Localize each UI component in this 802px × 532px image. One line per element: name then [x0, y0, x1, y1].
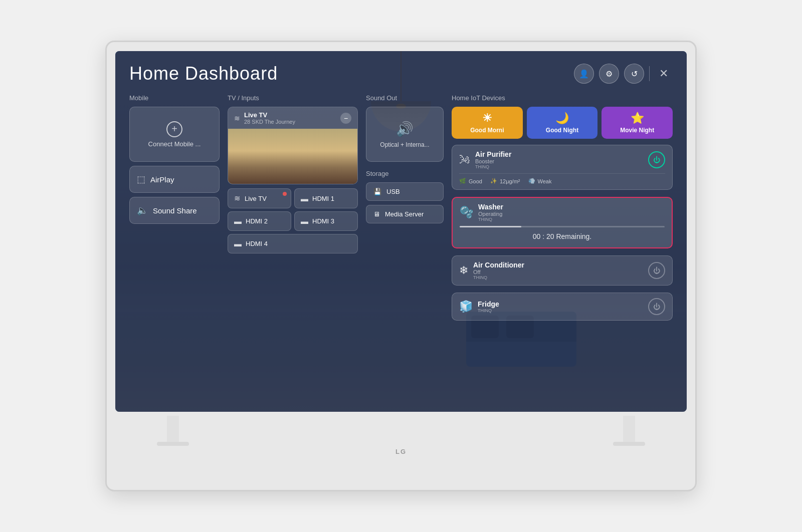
- dashboard-header: Home Dashboard 👤 ⚙ ↺ ✕: [129, 63, 673, 84]
- movie-label: Movie Night: [620, 127, 654, 134]
- thumbnail-scene: [228, 129, 357, 184]
- hdmi2-card[interactable]: ▬ HDMI 2: [228, 211, 291, 231]
- air-conditioner-header: ❄ Air Conditioner Off ThinQ ⏻: [459, 261, 665, 280]
- scene-night-button[interactable]: 🌙 Good Night: [527, 107, 598, 139]
- hdmi3-card[interactable]: ▬ HDMI 3: [294, 211, 358, 231]
- washer-header: 🫧 Washer Operating ThinQ: [460, 203, 665, 222]
- air-purifier-header: 🌬 Air Purifier Booster ThinQ ⏻: [459, 150, 665, 169]
- tv-signal-icon: ≋: [234, 114, 240, 122]
- air-conditioner-sub: Off: [473, 269, 524, 275]
- scene-morning-button[interactable]: ☀ Good Morni: [452, 107, 523, 139]
- sound-output-label: Optical + Interna...: [380, 141, 429, 148]
- washer-progress-fill: [460, 226, 521, 227]
- air-purifier-thinq: ThinQ: [475, 164, 511, 169]
- tv-input-grid: ≋ Live TV ▬ HDMI 1 ▬ HDMI 2: [228, 188, 358, 253]
- washer-name: Washer: [478, 203, 503, 211]
- storage-column-label: Storage: [366, 170, 444, 177]
- tv-input-row-2: ▬ HDMI 2 ▬ HDMI 3: [228, 211, 358, 231]
- mobile-column: Mobile + Connect Mobile ... ⬚ AirPlay 🔈 …: [129, 94, 220, 391]
- particulate-icon: ✨: [490, 178, 497, 184]
- user-profile-button[interactable]: 👤: [574, 64, 594, 84]
- speaker-icon: 🔊: [396, 121, 414, 137]
- sound-out-card[interactable]: 🔊 Optical + Interna...: [366, 107, 444, 162]
- media-server-icon: 🖥: [373, 210, 380, 218]
- fridge-icon: 🧊: [459, 300, 473, 313]
- live-tv-small-icon: ≋: [234, 194, 241, 203]
- air-conditioner-card[interactable]: ❄ Air Conditioner Off ThinQ ⏻: [452, 255, 673, 286]
- tv-inputs-column: TV / Inputs ≋ Live TV 28 SKD The Journe: [228, 94, 358, 391]
- air-purifier-power-button[interactable]: ⏻: [648, 151, 665, 168]
- right-stand-leg: [623, 416, 635, 446]
- air-conditioner-thinq: ThinQ: [473, 275, 524, 280]
- soundshare-card[interactable]: 🔈 Sound Share: [129, 197, 220, 224]
- airplay-label: AirPlay: [150, 175, 174, 184]
- usb-card[interactable]: 💾 USB: [366, 182, 444, 201]
- iot-column: Home IoT Devices ☀ Good Morni 🌙 Good Nig…: [452, 94, 673, 391]
- air-purifier-card[interactable]: 🌬 Air Purifier Booster ThinQ ⏻: [452, 145, 673, 190]
- air-purifier-info: 🌬 Air Purifier Booster ThinQ: [459, 150, 511, 169]
- fridge-thinq: ThinQ: [478, 308, 499, 313]
- washer-card[interactable]: 🫧 Washer Operating ThinQ: [452, 197, 673, 248]
- live-tv-channel: 28 SKD The Journey: [244, 119, 295, 125]
- hdmi4-icon: ▬: [234, 239, 242, 248]
- air-conditioner-icon: ❄: [459, 264, 468, 277]
- dashboard-content: Mobile + Connect Mobile ... ⬚ AirPlay 🔈 …: [129, 94, 673, 391]
- morning-icon: ☀: [482, 112, 492, 125]
- refresh-button[interactable]: ↺: [624, 64, 644, 84]
- remove-button[interactable]: −: [340, 113, 351, 124]
- live-tv-small-card[interactable]: ≋ Live TV: [228, 188, 291, 208]
- wind-value: Weak: [538, 178, 552, 184]
- soundshare-icon: 🔈: [137, 205, 148, 216]
- settings-button[interactable]: ⚙: [599, 64, 619, 84]
- close-button[interactable]: ✕: [655, 65, 673, 83]
- dashboard-title: Home Dashboard: [129, 63, 278, 84]
- particulate-stat: ✨ 12μg/m²: [490, 178, 520, 184]
- fridge-header: 🧊 Fridge ThinQ ⏻: [459, 298, 665, 315]
- tv-screen: Home Dashboard 👤 ⚙ ↺ ✕: [115, 51, 687, 412]
- fridge-info: 🧊 Fridge ThinQ: [459, 300, 499, 313]
- air-purifier-icon: 🌬: [459, 153, 470, 166]
- hdmi4-label: HDMI 4: [246, 240, 268, 247]
- air-conditioner-info: ❄ Air Conditioner Off ThinQ: [459, 261, 524, 280]
- connect-mobile-card[interactable]: + Connect Mobile ...: [129, 107, 220, 162]
- morning-label: Good Morni: [470, 127, 504, 134]
- hdmi1-card[interactable]: ▬ HDMI 1: [294, 188, 358, 208]
- hdmi3-label: HDMI 3: [312, 217, 334, 225]
- sound-out-label: Sound Out: [366, 94, 444, 102]
- scene-movie-button[interactable]: ⭐ Movie Night: [602, 107, 673, 139]
- air-conditioner-power-button[interactable]: ⏻: [648, 262, 665, 279]
- tv-thumbnail: [228, 129, 357, 184]
- media-server-label: Media Server: [385, 210, 424, 218]
- hdmi2-icon: ▬: [234, 217, 242, 225]
- hdmi1-label: HDMI 1: [312, 195, 334, 202]
- washer-sub: Operating: [478, 211, 503, 217]
- fridge-power-button[interactable]: ⏻: [648, 298, 665, 315]
- home-dashboard: Home Dashboard 👤 ⚙ ↺ ✕: [115, 51, 687, 412]
- air-quality-icon: 🌿: [459, 178, 466, 184]
- settings-icon: ⚙: [606, 69, 613, 79]
- live-tv-title: Live TV: [244, 111, 295, 119]
- washer-progress-bar: [460, 226, 665, 227]
- air-conditioner-name: Air Conditioner: [473, 261, 524, 269]
- movie-icon: ⭐: [631, 112, 644, 125]
- airplay-card[interactable]: ⬚ AirPlay: [129, 166, 220, 193]
- usb-icon: 💾: [373, 188, 381, 195]
- hdmi2-label: HDMI 2: [246, 217, 268, 225]
- fridge-card[interactable]: 🧊 Fridge ThinQ ⏻: [452, 293, 673, 321]
- hdmi4-card[interactable]: ▬ HDMI 4: [228, 234, 358, 253]
- particulate-value: 12μg/m²: [500, 178, 520, 184]
- air-quality-stat: 🌿 Good: [459, 178, 482, 184]
- iot-scenes: ☀ Good Morni 🌙 Good Night ⭐ Movie Night: [452, 107, 673, 139]
- left-stand-leg: [167, 416, 179, 446]
- washer-progress: 00 : 20 Remaining.: [460, 226, 665, 242]
- hdmi1-icon: ▬: [301, 194, 308, 203]
- air-purifier-name: Air Purifier: [475, 150, 511, 158]
- night-icon: 🌙: [555, 112, 569, 125]
- fridge-name: Fridge: [478, 300, 499, 308]
- media-server-card[interactable]: 🖥 Media Server: [366, 205, 444, 223]
- tv-input-row-1: ≋ Live TV ▬ HDMI 1: [228, 188, 358, 208]
- live-tv-main-card[interactable]: ≋ Live TV 28 SKD The Journey −: [228, 107, 358, 184]
- tv-body: Home Dashboard 👤 ⚙ ↺ ✕: [105, 41, 697, 491]
- night-label: Good Night: [546, 127, 578, 134]
- header-divider: [649, 66, 650, 81]
